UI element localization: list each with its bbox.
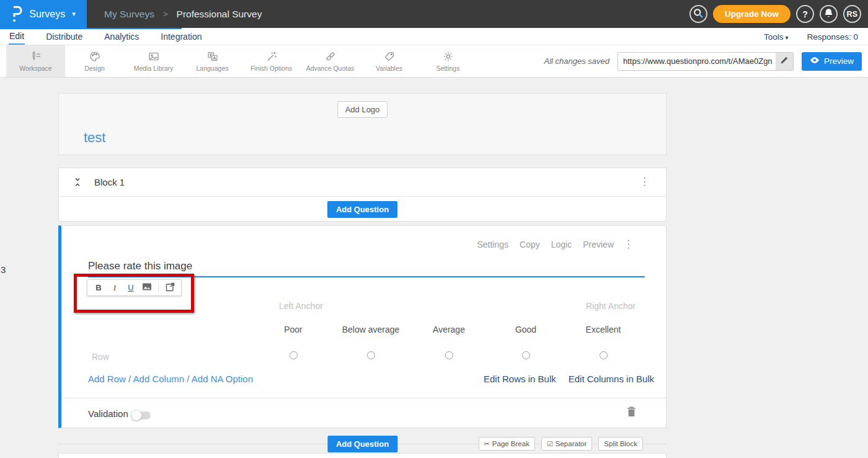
add-column-link[interactable]: Add Column (133, 374, 185, 384)
question-menu-icon[interactable]: ⋮ (623, 239, 634, 249)
block-menu-icon[interactable]: ⋮ (639, 176, 650, 187)
toolbar-item-workspace[interactable]: Workspace (6, 45, 65, 77)
survey-url-value[interactable]: https://www.questionpro.com/t/AMae0Zgn (618, 56, 776, 66)
radio-button[interactable] (290, 351, 298, 359)
topbar-actions: Upgrade Now ? RS (689, 0, 861, 28)
save-status-text: All changes saved (544, 56, 609, 66)
gear-icon (442, 50, 454, 63)
tab-integration[interactable]: Integration (160, 29, 202, 44)
survey-url-field[interactable]: https://www.questionpro.com/t/AMae0Zgn (618, 52, 794, 71)
scissors-icon: ✂ (484, 440, 490, 448)
toolbar-item-label: Finish Options (250, 65, 292, 72)
radio-button[interactable] (367, 351, 375, 359)
footer-actions-row: Add Question ✂ Page Break ☑ Separator Sp… (58, 436, 666, 452)
breadcrumb-separator-icon: > (163, 9, 168, 19)
question-action-menu: Settings Copy Logic Preview (477, 240, 614, 249)
tabbar-right: Tools▾ Responses: 0 (764, 28, 858, 45)
left-anchor-placeholder[interactable]: Left Anchor (279, 301, 323, 311)
validation-toggle[interactable] (132, 411, 151, 420)
column-header[interactable]: Excellent (557, 325, 650, 335)
add-logo-button[interactable]: Add Logo (337, 101, 388, 118)
block-header: Block 1 ⋮ (59, 168, 666, 197)
question-title-input[interactable]: Please rate this image (88, 260, 192, 272)
survey-title-text[interactable]: test (84, 130, 105, 146)
radio-button[interactable] (445, 351, 453, 359)
open-link-button[interactable] (163, 281, 177, 294)
notifications-button[interactable] (820, 5, 838, 23)
survey-header-card: Add Logo test (58, 93, 666, 155)
toolbar-item-languages[interactable]: Languages (183, 45, 242, 77)
question-settings-link[interactable]: Settings (477, 240, 508, 249)
radio-cell (557, 351, 650, 362)
survey-toolbar: Workspace Design Media Library (0, 45, 868, 78)
toolbar-item-finish-options[interactable]: Finish Options (242, 45, 301, 77)
toolbar-right: All changes saved https://www.questionpr… (544, 45, 862, 77)
chevron-down-icon: ▾ (72, 10, 76, 18)
link-separator: / (187, 374, 189, 384)
insert-image-button[interactable] (140, 281, 154, 294)
logo-accent-line (0, 28, 182, 29)
add-row-link[interactable]: Add Row (88, 374, 126, 384)
image-icon (142, 282, 152, 293)
add-question-button[interactable]: Add Question (327, 201, 397, 218)
bold-button[interactable]: B (92, 281, 105, 294)
split-block-button[interactable]: Split Block (598, 437, 643, 451)
external-link-icon (166, 282, 175, 294)
avatar[interactable]: RS (843, 5, 861, 23)
collapse-block-icon[interactable] (73, 177, 82, 189)
italic-button[interactable]: I (108, 281, 122, 294)
delete-question-button[interactable] (627, 406, 636, 420)
add-question-button[interactable]: Add Question (327, 436, 397, 452)
breadcrumb-my-surveys[interactable]: My Surveys (104, 9, 154, 20)
question-copy-link[interactable]: Copy (520, 240, 540, 249)
responses-count[interactable]: Responses: 0 (807, 32, 858, 42)
tab-edit[interactable]: Edit (9, 29, 25, 45)
tools-label: Tools (764, 32, 784, 42)
app-logo-block[interactable]: Surveys ▾ (0, 0, 87, 28)
toolbar-item-advance-quotas[interactable]: Advance Quotas (301, 45, 360, 77)
question-logic-link[interactable]: Logic (551, 240, 572, 249)
questionpro-logo-icon (11, 6, 24, 22)
tools-dropdown[interactable]: Tools▾ (764, 32, 789, 42)
page-break-button[interactable]: ✂ Page Break (479, 437, 535, 451)
toolbar-item-label: Settings (436, 65, 460, 72)
block-title[interactable]: Block 1 (94, 177, 125, 187)
preview-button[interactable]: Preview (802, 52, 862, 71)
trash-icon (627, 408, 636, 419)
question-preview-link[interactable]: Preview (583, 240, 614, 249)
toolbar-item-media-library[interactable]: Media Library (124, 45, 183, 77)
underline-button[interactable]: U (124, 281, 138, 294)
checkbox-checked-icon: ☑ (547, 440, 553, 448)
block-add-question-row: Add Question (59, 197, 666, 222)
magic-wand-icon (265, 50, 278, 63)
separator-button[interactable]: ☑ Separator (541, 437, 592, 451)
help-button[interactable]: ? (796, 5, 814, 23)
edit-columns-bulk-link[interactable]: Edit Columns in Bulk (569, 374, 654, 384)
help-icon: ? (802, 9, 808, 19)
palette-icon (89, 50, 101, 63)
toolbar-item-variables[interactable]: Variables (360, 45, 418, 77)
toolbar-divider (158, 283, 159, 293)
toolbar-item-label: Workspace (19, 65, 51, 72)
right-anchor-placeholder[interactable]: Right Anchor (586, 301, 636, 311)
upgrade-now-button[interactable]: Upgrade Now (713, 5, 790, 23)
toolbar-item-design[interactable]: Design (65, 45, 124, 77)
radio-button[interactable] (600, 351, 608, 359)
top-app-bar: Surveys ▾ My Surveys > Professional Surv… (0, 0, 868, 28)
block-card: Block 1 ⋮ Add Question (58, 168, 666, 222)
eye-icon (810, 56, 820, 66)
edit-rows-bulk-link[interactable]: Edit Rows in Bulk (484, 374, 556, 384)
text-format-toolbar: B I U (87, 279, 182, 296)
toolbar-item-settings[interactable]: Settings (418, 45, 477, 77)
radio-button[interactable] (522, 351, 530, 359)
tab-analytics[interactable]: Analytics (104, 29, 140, 44)
main-tab-bar: Edit Distribute Analytics Integration To… (0, 28, 868, 45)
add-na-option-link[interactable]: Add NA Option (192, 374, 253, 384)
image-icon (148, 50, 160, 63)
search-button[interactable] (689, 5, 707, 23)
page-break-label: Page Break (492, 440, 529, 447)
row-label-placeholder[interactable]: Row (92, 352, 109, 362)
edit-url-button[interactable] (776, 53, 793, 70)
chevron-down-icon: ▾ (785, 34, 788, 41)
tab-distribute[interactable]: Distribute (45, 29, 83, 44)
